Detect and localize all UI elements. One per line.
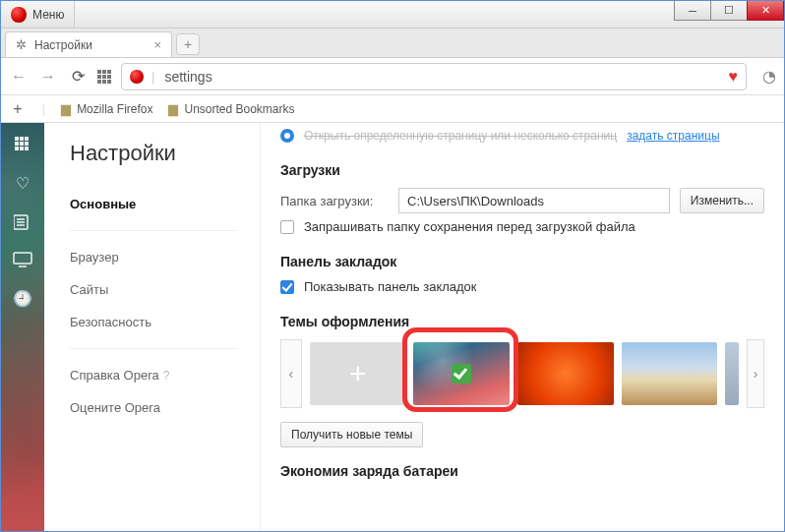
ask-before-download-label: Запрашивать папку сохранения перед загру… bbox=[304, 219, 635, 234]
monitor-rail-icon[interactable] bbox=[13, 252, 32, 267]
tab-close-icon[interactable]: × bbox=[153, 37, 161, 52]
title-bar: Меню ─ ☐ ✕ bbox=[1, 1, 784, 29]
folder-icon: ▆ bbox=[61, 101, 71, 116]
sidebar-item-security[interactable]: Безопасность bbox=[70, 306, 260, 338]
themes-next-button[interactable]: › bbox=[747, 339, 764, 408]
reload-button[interactable]: ⟳ bbox=[68, 67, 88, 86]
bookmark-folder[interactable]: ▆ Unsorted Bookmarks bbox=[168, 101, 294, 116]
bookmarks-rail-icon[interactable]: ♡ bbox=[16, 174, 30, 193]
theme-tile-partial[interactable] bbox=[725, 342, 739, 405]
sidebar-item-help[interactable]: Справка Opera? bbox=[70, 359, 260, 391]
svg-rect-4 bbox=[14, 253, 31, 264]
address-input[interactable] bbox=[162, 68, 720, 86]
bookmark-label: Mozilla Firefox bbox=[77, 102, 152, 116]
navigation-toolbar: ← → ⟳ | ♥ ◔ bbox=[1, 58, 784, 95]
theme-tile[interactable] bbox=[622, 342, 718, 405]
gear-icon: ✲ bbox=[16, 37, 27, 52]
app-menu-button[interactable]: Меню bbox=[1, 1, 75, 28]
ask-before-download-row[interactable]: Запрашивать папку сохранения перед загру… bbox=[280, 219, 764, 234]
section-battery-title: Экономия заряда батареи bbox=[280, 463, 764, 479]
plus-icon: + bbox=[349, 357, 367, 390]
settings-content: Открыть определенную страницу или нескол… bbox=[261, 123, 784, 531]
maximize-button[interactable]: ☐ bbox=[710, 1, 748, 21]
history-rail-icon[interactable]: 🕘 bbox=[13, 289, 32, 308]
check-icon bbox=[452, 364, 471, 384]
address-bar[interactable]: | ♥ bbox=[121, 63, 747, 90]
speed-dial-rail-icon[interactable] bbox=[15, 137, 30, 152]
speed-dial-icon[interactable] bbox=[97, 70, 111, 84]
set-pages-link[interactable]: задать страницы bbox=[627, 129, 719, 143]
download-folder-row: Папка загрузки: Изменить... bbox=[280, 188, 764, 213]
side-rail: ♡ 🕘 bbox=[1, 123, 44, 531]
help-icon: ? bbox=[163, 369, 170, 383]
themes-prev-button[interactable]: ‹ bbox=[280, 339, 302, 408]
section-bookmarks-title: Панель закладок bbox=[280, 254, 764, 269]
back-button[interactable]: ← bbox=[9, 68, 29, 86]
radio-checked-icon bbox=[280, 129, 294, 143]
bookmark-folder[interactable]: ▆ Mozilla Firefox bbox=[61, 101, 152, 116]
extensions-icon[interactable]: ◔ bbox=[762, 67, 776, 86]
bookmark-bar: + | ▆ Mozilla Firefox ▆ Unsorted Bookmar… bbox=[1, 95, 784, 123]
folder-icon: ▆ bbox=[168, 101, 178, 116]
download-folder-label: Папка загрузки: bbox=[280, 194, 389, 208]
section-downloads-title: Загрузки bbox=[280, 162, 764, 178]
forward-button[interactable]: → bbox=[38, 68, 58, 86]
settings-sidebar: Настройки Основные Браузер Сайты Безопас… bbox=[44, 123, 261, 531]
tab-settings[interactable]: ✲ Настройки × bbox=[5, 31, 172, 57]
sidebar-item-rate[interactable]: Оцените Opera bbox=[70, 391, 260, 424]
section-themes-title: Темы оформления bbox=[280, 314, 764, 329]
heart-icon[interactable]: ♥ bbox=[729, 68, 739, 86]
settings-title: Настройки bbox=[70, 141, 260, 166]
opera-logo-icon bbox=[11, 7, 27, 23]
add-bookmark-button[interactable]: + bbox=[9, 100, 27, 118]
download-folder-input[interactable] bbox=[398, 188, 670, 213]
new-tab-button[interactable]: + bbox=[176, 33, 200, 55]
theme-add-tile[interactable]: + bbox=[310, 342, 406, 405]
minimize-button[interactable]: ─ bbox=[674, 1, 711, 21]
main-area: ♡ 🕘 Настройки Основные Браузер Сайты Без… bbox=[1, 123, 784, 531]
news-rail-icon[interactable] bbox=[14, 214, 31, 230]
theme-tile-selected[interactable] bbox=[413, 342, 510, 405]
tab-label: Настройки bbox=[34, 38, 92, 52]
opera-o-icon bbox=[130, 70, 144, 84]
get-more-themes-button[interactable]: Получить новые темы bbox=[280, 422, 423, 447]
sidebar-item-basic[interactable]: Основные bbox=[70, 188, 260, 220]
show-bookmarks-row[interactable]: Показывать панель закладок bbox=[280, 279, 764, 294]
menu-label: Меню bbox=[32, 8, 64, 22]
theme-tile[interactable] bbox=[517, 342, 614, 405]
sidebar-item-sites[interactable]: Сайты bbox=[70, 273, 260, 306]
close-button[interactable]: ✕ bbox=[747, 1, 784, 21]
tab-strip: ✲ Настройки × + bbox=[1, 29, 784, 58]
show-bookmarks-label: Показывать панель закладок bbox=[304, 279, 477, 294]
change-folder-button[interactable]: Изменить... bbox=[680, 188, 764, 213]
checkbox-unchecked-icon[interactable] bbox=[280, 220, 294, 234]
themes-row: ‹ + › bbox=[280, 339, 764, 408]
checkbox-checked-icon[interactable] bbox=[280, 280, 294, 294]
window-controls: ─ ☐ ✕ bbox=[675, 1, 784, 21]
bookmark-label: Unsorted Bookmarks bbox=[184, 102, 294, 116]
startup-option-row[interactable]: Открыть определенную страницу или нескол… bbox=[280, 129, 764, 143]
sidebar-item-browser[interactable]: Браузер bbox=[70, 241, 260, 273]
